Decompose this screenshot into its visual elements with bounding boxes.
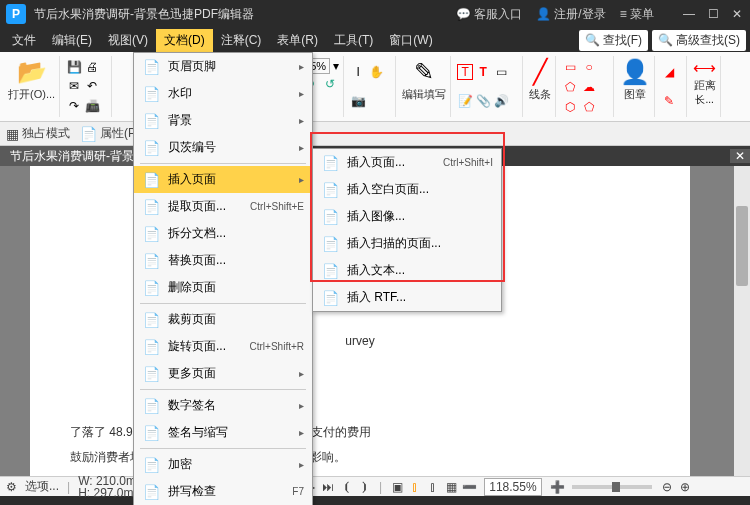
- zoom-slider[interactable]: [572, 485, 652, 489]
- zoom-out-icon[interactable]: ➖: [462, 480, 476, 494]
- undo-icon[interactable]: ↶: [84, 78, 100, 94]
- nav-fwd-icon[interactable]: ⦘: [357, 480, 371, 494]
- menuitem-贝茨编号[interactable]: 📄 贝茨编号 ▸: [134, 134, 312, 161]
- tab-close-button[interactable]: ✕: [730, 149, 750, 163]
- attach-icon[interactable]: 📎: [475, 93, 491, 109]
- last-page-icon[interactable]: ⏭: [321, 480, 335, 494]
- adv-find-button[interactable]: 🔍高级查找(S): [652, 30, 746, 51]
- note-icon[interactable]: 📝: [457, 93, 473, 109]
- refresh-ccw-icon[interactable]: ↺: [322, 76, 338, 92]
- menuitem-提取页面...[interactable]: 📄 提取页面... Ctrl+Shift+E: [134, 193, 312, 220]
- menuitem-裁剪页面[interactable]: 📄 裁剪页面: [134, 306, 312, 333]
- menu-tool[interactable]: 工具(T): [326, 29, 381, 52]
- menu-view[interactable]: 视图(V): [100, 29, 156, 52]
- fit-width-icon[interactable]: ⫿: [408, 480, 422, 494]
- print-icon[interactable]: 🖨: [84, 59, 100, 75]
- menuitem-页眉页脚[interactable]: 📄 页眉页脚 ▸: [134, 53, 312, 80]
- star-icon[interactable]: ⬠: [581, 99, 597, 115]
- submenuitem-插入空白页面...[interactable]: 📄 插入空白页面...: [313, 176, 501, 203]
- marker-icon[interactable]: ✎: [661, 93, 677, 109]
- menuitem-背景[interactable]: 📄 背景 ▸: [134, 107, 312, 134]
- rect-icon[interactable]: ▭: [562, 59, 578, 75]
- doc-icon: 📄: [142, 425, 160, 441]
- menuitem-插入页面[interactable]: 📄 插入页面 ▸: [134, 166, 312, 193]
- menuitem-水印[interactable]: 📄 水印 ▸: [134, 80, 312, 107]
- nav-back-icon[interactable]: ⦗: [339, 480, 353, 494]
- sound-icon[interactable]: 🔊: [493, 93, 509, 109]
- stamp-button[interactable]: 👤 图章: [620, 58, 650, 102]
- chevron-right-icon: ▸: [299, 368, 304, 379]
- zoom-knob[interactable]: [612, 482, 620, 492]
- text-icon[interactable]: T: [475, 64, 491, 80]
- zoom-in-icon[interactable]: ➕: [550, 480, 564, 494]
- textbox-icon[interactable]: T: [457, 64, 473, 80]
- chevron-right-icon: ▸: [299, 115, 304, 126]
- menuitem-拼写检查[interactable]: 📄 拼写检查 F7: [134, 478, 312, 505]
- hexagon-icon[interactable]: ⬡: [562, 99, 578, 115]
- distance-button[interactable]: ⟷ 距离: [693, 58, 716, 93]
- highlight-icon[interactable]: ▭: [493, 64, 509, 80]
- find-button[interactable]: 🔍查找(F): [579, 30, 648, 51]
- close-button[interactable]: ✕: [730, 7, 744, 21]
- support-link[interactable]: 💬 客服入口: [456, 6, 522, 23]
- redo-icon[interactable]: ↷: [66, 98, 82, 114]
- login-link[interactable]: 👤 注册/登录: [536, 6, 606, 23]
- zoom-minus-icon[interactable]: ⊖: [660, 480, 674, 494]
- save-icon[interactable]: 💾: [66, 59, 82, 75]
- circle-icon[interactable]: ○: [581, 59, 597, 75]
- doc-icon: 📄: [142, 366, 160, 382]
- menu-file[interactable]: 文件: [4, 29, 44, 52]
- cloud-icon[interactable]: ☁: [581, 79, 597, 95]
- menuitem-加密[interactable]: 📄 加密 ▸: [134, 451, 312, 478]
- dropdown-arrow-icon[interactable]: ▾: [333, 59, 339, 73]
- menu-edit[interactable]: 编辑(E): [44, 29, 100, 52]
- mail-icon[interactable]: ✉: [66, 78, 82, 94]
- doc-icon: 📄: [142, 339, 160, 355]
- submenuitem-插入文本...[interactable]: 📄 插入文本...: [313, 257, 501, 284]
- gear-icon[interactable]: ⚙: [6, 480, 17, 494]
- edit-fill-button[interactable]: ✎ 编辑填写: [402, 58, 446, 102]
- submenuitem-插入页面...[interactable]: 📄 插入页面... Ctrl+Shift+I: [313, 149, 501, 176]
- vertical-scrollbar[interactable]: [734, 166, 750, 476]
- hand-icon[interactable]: ✋: [368, 64, 384, 80]
- chevron-right-icon: ▸: [299, 142, 304, 153]
- doc-icon: 📄: [142, 398, 160, 414]
- chevron-right-icon: ▸: [299, 174, 304, 185]
- menu-document[interactable]: 文档(D): [156, 29, 213, 52]
- menuitem-删除页面[interactable]: 📄 删除页面: [134, 274, 312, 301]
- menu-comment[interactable]: 注释(C): [213, 29, 270, 52]
- main-menu[interactable]: ≡ 菜单: [620, 6, 654, 23]
- open-button[interactable]: 📂 打开(O)...: [8, 58, 55, 102]
- menuitem-替换页面...[interactable]: 📄 替换页面...: [134, 247, 312, 274]
- statusbar: ⚙ 选项... | W: 210.0mm H: 297.0mm ✛ X: Y: …: [0, 476, 750, 496]
- menuitem-数字签名[interactable]: 📄 数字签名 ▸: [134, 392, 312, 419]
- zoom-plus-icon[interactable]: ⊕: [678, 480, 692, 494]
- submenuitem-插入扫描的页面...[interactable]: 📄 插入扫描的页面...: [313, 230, 501, 257]
- lines-button[interactable]: ╱ 线条: [529, 58, 551, 102]
- eraser-icon[interactable]: ◢: [661, 64, 677, 80]
- scan-icon[interactable]: 📠: [84, 98, 100, 114]
- minimize-button[interactable]: —: [682, 7, 696, 21]
- submenuitem-插入 RTF...[interactable]: 📄 插入 RTF...: [313, 284, 501, 311]
- menu-window[interactable]: 窗口(W): [381, 29, 440, 52]
- options-link[interactable]: 选项...: [25, 478, 59, 495]
- menuitem-更多页面[interactable]: 📄 更多页面 ▸: [134, 360, 312, 387]
- polygon-icon[interactable]: ⬠: [562, 79, 578, 95]
- menu-form[interactable]: 表单(R): [269, 29, 326, 52]
- menuitem-签名与缩写[interactable]: 📄 签名与缩写 ▸: [134, 419, 312, 446]
- fit-page-icon[interactable]: ▣: [390, 480, 404, 494]
- length-label[interactable]: 长...: [695, 93, 713, 107]
- maximize-button[interactable]: ☐: [706, 7, 720, 21]
- fit-height-icon[interactable]: ⫿: [426, 480, 440, 494]
- text-select-icon[interactable]: I: [350, 64, 366, 80]
- stamp-icon: 👤: [620, 58, 650, 86]
- submenuitem-插入图像...[interactable]: 📄 插入图像...: [313, 203, 501, 230]
- zoom-value[interactable]: 118.55%: [484, 478, 541, 496]
- doc-icon: 📄: [142, 199, 160, 215]
- snapshot-icon[interactable]: 📷: [350, 93, 366, 109]
- menuitem-旋转页面...[interactable]: 📄 旋转页面... Ctrl+Shift+R: [134, 333, 312, 360]
- exclusive-mode-button[interactable]: ▦ 独占模式: [6, 125, 70, 142]
- menuitem-拆分文档...[interactable]: 📄 拆分文档...: [134, 220, 312, 247]
- scroll-thumb[interactable]: [736, 206, 748, 286]
- actual-size-icon[interactable]: ▦: [444, 480, 458, 494]
